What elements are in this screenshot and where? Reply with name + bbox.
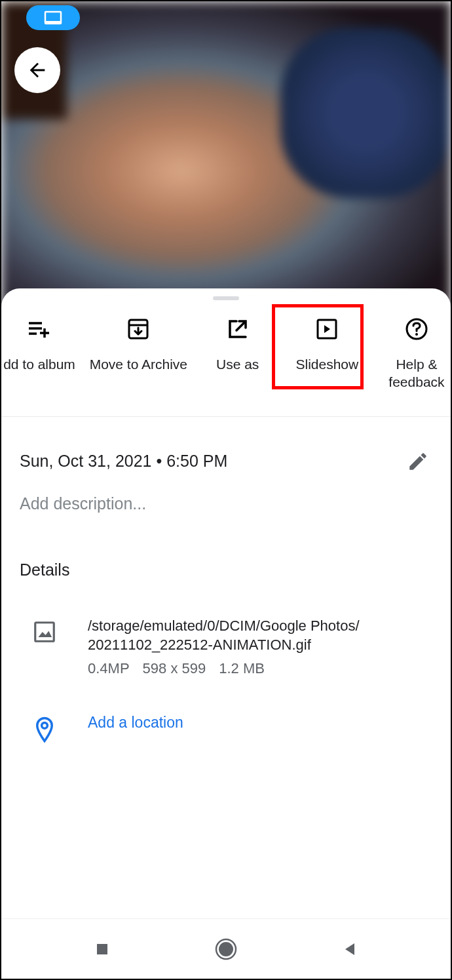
svg-rect-15 <box>97 944 107 954</box>
location-row: Add a location <box>1 714 451 743</box>
arrow-back-icon <box>26 59 48 81</box>
file-dimensions: 598 x 599 <box>143 660 206 677</box>
nav-home-button[interactable] <box>206 930 246 969</box>
square-icon <box>94 941 110 957</box>
svg-rect-1 <box>45 21 61 24</box>
info-sheet: dd to album Move to Archive Use as <box>1 288 451 914</box>
location-pin-icon <box>31 716 58 743</box>
svg-rect-13 <box>35 622 54 641</box>
svg-point-12 <box>415 333 418 336</box>
add-to-album-button[interactable]: dd to album <box>0 312 79 397</box>
circle-icon <box>214 937 238 961</box>
file-megapixels: 0.4MP <box>88 660 130 677</box>
file-size: 1.2 MB <box>219 660 265 677</box>
slideshow-button[interactable]: Slideshow <box>288 312 366 397</box>
file-path-line2: 20211102_222512-ANIMATION.gif <box>88 635 432 655</box>
slideshow-label: Slideshow <box>295 355 358 373</box>
status-bar <box>26 5 80 30</box>
pencil-icon <box>407 450 429 473</box>
help-feedback-label: Help & feedback <box>388 355 444 391</box>
move-to-archive-label: Move to Archive <box>90 355 187 373</box>
move-to-archive-button[interactable]: Move to Archive <box>90 312 187 397</box>
archive-icon <box>126 317 150 341</box>
cast-indicator[interactable] <box>26 5 80 30</box>
datetime-text: Sun, Oct 31, 2021 • 6:50 PM <box>20 452 227 471</box>
cast-icon <box>44 10 62 25</box>
add-location-link[interactable]: Add a location <box>88 714 432 732</box>
file-detail-row: /storage/emulated/0/DCIM/Google Photos/ … <box>1 616 451 677</box>
edit-datetime-button[interactable] <box>404 447 432 476</box>
details-header: Details <box>1 513 451 579</box>
actions-row: dd to album Move to Archive Use as <box>0 305 452 417</box>
file-path-line1: /storage/emulated/0/DCIM/Google Photos/ <box>88 616 432 636</box>
back-button[interactable] <box>14 47 60 93</box>
drag-handle[interactable] <box>213 296 239 300</box>
nav-back-button[interactable] <box>330 930 369 969</box>
add-to-album-label: dd to album <box>3 355 75 373</box>
photo-preview[interactable] <box>1 1 451 309</box>
description-input[interactable]: Add description... <box>1 476 451 513</box>
help-feedback-button[interactable]: Help & feedback <box>377 312 452 397</box>
nav-recent-button[interactable] <box>83 930 122 969</box>
use-as-icon <box>226 317 250 341</box>
svg-point-14 <box>42 722 48 728</box>
svg-line-9 <box>236 322 245 330</box>
triangle-back-icon <box>341 941 358 958</box>
slideshow-icon <box>315 317 339 341</box>
navigation-bar <box>1 918 451 979</box>
use-as-button[interactable]: Use as <box>198 312 277 397</box>
help-icon <box>405 317 428 341</box>
image-file-icon <box>31 619 58 645</box>
use-as-label: Use as <box>216 355 259 373</box>
svg-point-17 <box>219 942 233 956</box>
add-to-album-icon <box>28 317 51 341</box>
